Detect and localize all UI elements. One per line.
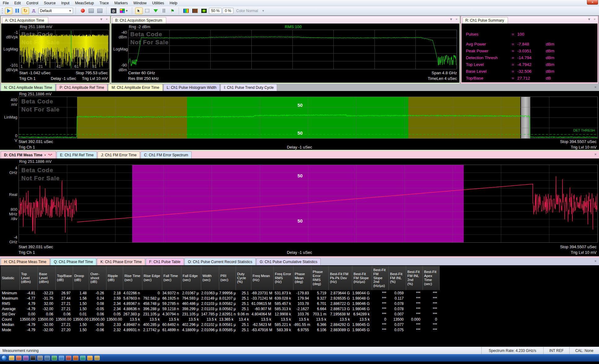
recording-close-button[interactable]: [96, 7, 104, 14]
cell-value: 0.05: [106, 312, 123, 317]
menu-edit[interactable]: Edit: [11, 0, 24, 6]
menu-file[interactable]: File: [0, 0, 11, 6]
taskbar-icon[interactable]: [23, 356, 28, 360]
marker-tool-button[interactable]: [152, 7, 159, 14]
layout-button[interactable]: ▼: [119, 7, 129, 14]
tab-acquisition-time[interactable]: A: Ch1 Acquisition Time: [2, 17, 48, 24]
cell-value: 2.34: [106, 306, 123, 312]
tab-d[interactable]: D: Ch1 FM Meas Time▼: [1, 151, 56, 158]
window-close-button[interactable]: ×: [587, 0, 598, 5]
tab-l[interactable]: L: Ch1 Pulse Histogram Width: [163, 84, 220, 91]
cell-value: ***: [372, 306, 389, 312]
menu-input[interactable]: Input: [59, 0, 72, 6]
panel-r-header: R: Ch1 Pulse Summary ▼×: [462, 16, 597, 24]
preset-value: Default: [40, 9, 52, 13]
column-header: Statistic: [1, 266, 20, 290]
tab-o[interactable]: O: Ch1 Pulse Current Record Statistics: [184, 258, 256, 265]
start-readout: Start -1.042 uSec: [19, 71, 50, 75]
tab-q[interactable]: Q: Ch1 Phase Ref Time: [50, 258, 97, 265]
intensity-percent-field[interactable]: 50 %: [209, 8, 222, 14]
tab-label: O: Ch1 Pulse Current Record Statistics: [188, 260, 252, 264]
start-button[interactable]: [1, 355, 7, 361]
acquisition-time-plot[interactable]: Beta CodeNot For Sale 121416181: [19, 30, 109, 69]
tab-f[interactable]: F: Ch1 Pulse Table: [146, 258, 184, 265]
color-mode-dropdown[interactable]: Color Normal▼: [236, 9, 265, 13]
menu-source[interactable]: Source: [41, 0, 59, 6]
taskbar-icon[interactable]: [45, 356, 50, 360]
row-close-icon[interactable]: ×: [594, 259, 597, 263]
statistics-table-header: StatisticTop Level (dBm)Base Level (dBm)…: [1, 266, 440, 290]
taskbar-icon[interactable]: [52, 356, 57, 360]
tab-k[interactable]: K: Ch1 Phase Error Time: [97, 258, 145, 265]
preset-dropdown[interactable]: Default▼: [38, 8, 73, 14]
menu-markers[interactable]: Markers: [111, 0, 130, 6]
cell-value: 4.30794 n: [162, 312, 181, 317]
taskbar-icon[interactable]: [94, 356, 100, 360]
tab-m[interactable]: M: Ch1 Amplitude Error Time: [108, 84, 163, 91]
menu-meassetup[interactable]: MeasSetup: [72, 0, 97, 6]
trace-select-button[interactable]: D: [110, 7, 118, 14]
flag-icon: ⚑: [171, 9, 175, 13]
trig-level-readout: Trig Lvl 10 mV: [82, 76, 108, 81]
taskbar-icon[interactable]: [30, 356, 36, 360]
tab-pulse-summary[interactable]: R: Ch1 Pulse Summary: [462, 17, 508, 24]
cell-value: 25.1: [236, 306, 251, 312]
band-marker-button[interactable]: [160, 7, 168, 14]
taskbar-icon[interactable]: [73, 356, 78, 360]
tab-c[interactable]: C: Ch1 FM Error Spectrum: [141, 151, 192, 158]
taskbar-icon[interactable]: [87, 356, 93, 360]
acquisition-spectrum-plot[interactable]: Beta CodeNot For Sale: [128, 30, 457, 69]
pause-icon: [15, 9, 19, 13]
tab-n[interactable]: N: Ch1 Amplitude Meas Time: [1, 84, 55, 91]
tab-label: E: Ch1 FM Ref Time: [60, 153, 94, 157]
menu-window[interactable]: Window: [131, 0, 150, 6]
eye-diagram-view-button[interactable]: [200, 7, 208, 14]
tab-acquisition-spectrum[interactable]: B: Ch1 Acquisition Spectrum: [112, 17, 166, 24]
fm-meas-plot[interactable]: Beta CodeNot For Sale 50 50: [19, 165, 598, 243]
panel-minimize-icon[interactable]: ▼: [588, 17, 591, 21]
menu-trace[interactable]: Trace: [97, 0, 111, 6]
row-close-icon[interactable]: ×: [594, 152, 597, 157]
row-close-icon[interactable]: ×: [594, 85, 597, 89]
tab-g[interactable]: G: Ch1 Pulse Cumulative Statistics: [256, 258, 321, 265]
tab-e[interactable]: E: Ch1 FM Ref Time: [57, 151, 97, 158]
trigger-button[interactable]: [30, 7, 37, 14]
tab-h[interactable]: H: Ch1 Phase Meas Time: [1, 258, 50, 265]
zoom-tool-button[interactable]: [144, 7, 151, 14]
flag-marker-button[interactable]: ⚑: [169, 7, 176, 14]
cell-value: ***: [423, 301, 440, 306]
cell-value: 8.01207 µ: [219, 296, 236, 301]
taskbar-icon[interactable]: [16, 356, 21, 360]
play-button[interactable]: [5, 7, 12, 14]
spectrogram-view-button[interactable]: [182, 7, 190, 14]
record-button[interactable]: [79, 7, 86, 14]
recording-open-button[interactable]: [87, 7, 95, 14]
menu-help[interactable]: Help: [167, 0, 180, 6]
histogram-view-button[interactable]: [191, 7, 199, 14]
pause-button[interactable]: [13, 7, 21, 14]
menu-utilities[interactable]: Utilities: [149, 0, 167, 6]
floor-percent-field[interactable]: 0 %: [223, 8, 233, 14]
cell-value: 8.00585 µ: [219, 327, 236, 333]
tab-p[interactable]: P: Ch1 Amplitude Ref Time: [56, 84, 107, 91]
taskbar-icon[interactable]: [59, 356, 64, 360]
panel-close-icon[interactable]: ×: [594, 17, 596, 21]
menu-control[interactable]: Control: [24, 0, 41, 6]
chevron-down-icon[interactable]: ▼: [44, 154, 46, 157]
panel-minimize-icon[interactable]: ▼: [449, 17, 453, 21]
panel-close-icon[interactable]: ×: [456, 17, 458, 21]
taskbar-icon[interactable]: [66, 356, 71, 360]
taskbar-icon[interactable]: [37, 356, 43, 360]
panel-minimize-icon[interactable]: ▼: [100, 17, 103, 21]
tab-i[interactable]: I: Ch1 Pulse Trend Duty Cycle: [220, 84, 277, 91]
panel-close-icon[interactable]: ×: [106, 17, 108, 21]
taskbar-icon[interactable]: [80, 356, 85, 360]
pointer-tool-button[interactable]: [135, 7, 143, 14]
taskbar-icon[interactable]: [9, 356, 14, 360]
tab-j[interactable]: J: Ch1 FM Error Time: [98, 151, 140, 158]
amplitude-meas-plot[interactable]: Beta CodeNot For Sale 50 50 DET THRESH: [19, 97, 598, 139]
repeat-button[interactable]: ↻: [22, 7, 29, 14]
cell-value: 2.82951 n: [219, 312, 236, 317]
det-thresh-label: DET THRESH: [573, 128, 595, 132]
cell-value: ***: [406, 301, 423, 306]
